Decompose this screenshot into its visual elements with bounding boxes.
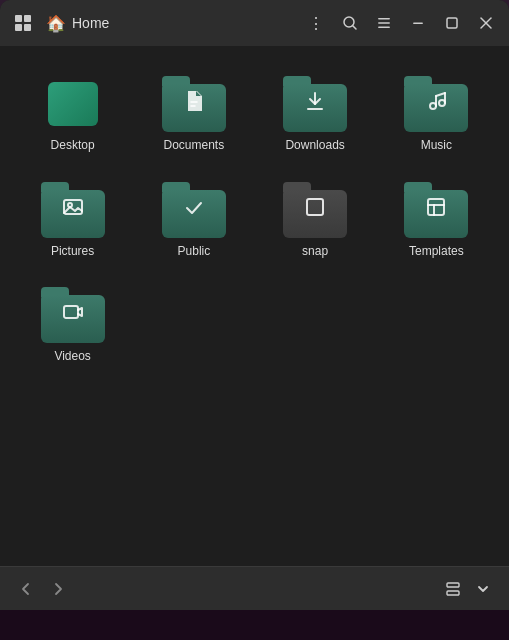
folder-icon-pictures [41, 182, 105, 238]
svg-line-15 [436, 93, 445, 96]
desktop-square [48, 82, 98, 126]
folder-label: Music [421, 138, 452, 154]
svg-rect-3 [378, 22, 390, 24]
svg-rect-23 [447, 583, 459, 587]
taskbar [0, 610, 509, 640]
svg-rect-4 [378, 27, 390, 29]
desktop-folder-icon [41, 76, 105, 132]
folder-label: Documents [164, 138, 225, 154]
list-view-button[interactable] [439, 575, 467, 603]
view-controls [439, 575, 497, 603]
folder-symbol [62, 196, 84, 224]
folder-label: Public [178, 244, 211, 260]
folder-icon-public [162, 182, 226, 238]
folder-symbol [425, 90, 447, 118]
file-grid: Desktop Documents Downloads Music [16, 66, 493, 375]
bottombar [0, 566, 509, 610]
back-button[interactable] [12, 575, 40, 603]
folder-label: Templates [409, 244, 464, 260]
folder-item-downloads[interactable]: Downloads [259, 66, 372, 164]
titlebar: 🏠 Home ⋮ [0, 0, 509, 46]
folder-item-documents[interactable]: Documents [137, 66, 250, 164]
folder-item-videos[interactable]: Videos [16, 277, 129, 375]
folder-label: Videos [54, 349, 90, 365]
folder-icon-documents [162, 76, 226, 132]
folder-label: snap [302, 244, 328, 260]
folder-item-snap[interactable]: snap [259, 172, 372, 270]
file-grid-content: Desktop Documents Downloads Music [0, 46, 509, 566]
svg-rect-6 [447, 18, 457, 28]
minimize-button[interactable] [403, 8, 433, 38]
folder-symbol [182, 89, 206, 119]
sidebar-toggle-button[interactable] [8, 8, 38, 38]
folder-icon-videos [41, 287, 105, 343]
svg-rect-5 [413, 23, 423, 25]
folder-symbol [183, 196, 205, 224]
folder-item-public[interactable]: Public [137, 172, 250, 270]
titlebar-title: 🏠 Home [46, 14, 293, 33]
maximize-button[interactable] [437, 8, 467, 38]
folder-label: Pictures [51, 244, 94, 260]
home-icon: 🏠 [46, 14, 66, 33]
folder-label: Desktop [51, 138, 95, 154]
file-manager-window: 🏠 Home ⋮ [0, 0, 509, 610]
folder-icon-downloads [283, 76, 347, 132]
menu-dots-button[interactable]: ⋮ [301, 8, 331, 38]
titlebar-actions: ⋮ [301, 8, 501, 38]
svg-rect-16 [64, 200, 82, 214]
folder-icon-snap [283, 182, 347, 238]
hamburger-menu-button[interactable] [369, 8, 399, 38]
folder-symbol [304, 90, 326, 118]
folder-symbol [425, 196, 447, 224]
folder-icon-templates [404, 182, 468, 238]
svg-line-1 [353, 26, 357, 30]
svg-rect-22 [64, 306, 78, 318]
nav-buttons [12, 575, 72, 603]
svg-rect-2 [378, 18, 390, 20]
search-button[interactable] [335, 8, 365, 38]
expand-button[interactable] [469, 575, 497, 603]
forward-button[interactable] [44, 575, 72, 603]
folder-symbol [62, 301, 84, 329]
window-title: Home [72, 15, 109, 31]
svg-rect-18 [307, 199, 323, 215]
folder-symbol [304, 196, 326, 224]
svg-rect-19 [428, 199, 444, 215]
folder-item-music[interactable]: Music [380, 66, 493, 164]
folder-icon-music [404, 76, 468, 132]
folder-item-pictures[interactable]: Pictures [16, 172, 129, 270]
folder-item-desktop[interactable]: Desktop [16, 66, 129, 164]
folder-label: Downloads [285, 138, 344, 154]
folder-item-templates[interactable]: Templates [380, 172, 493, 270]
svg-rect-24 [447, 591, 459, 595]
close-button[interactable] [471, 8, 501, 38]
